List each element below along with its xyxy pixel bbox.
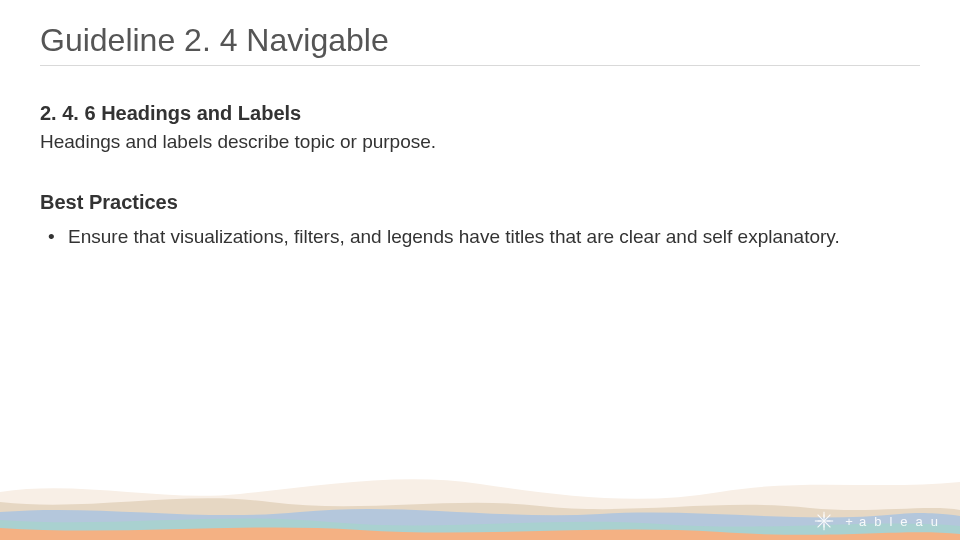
slide: Guideline 2. 4 Navigable 2. 4. 6 Heading… — [0, 0, 960, 540]
section-heading: 2. 4. 6 Headings and Labels — [40, 102, 920, 125]
tableau-mark-icon — [813, 510, 835, 532]
best-practices-heading: Best Practices — [40, 191, 920, 214]
best-practices-list: Ensure that visualizations, filters, and… — [40, 224, 920, 250]
section-description: Headings and labels describe topic or pu… — [40, 131, 920, 153]
title-divider — [40, 65, 920, 66]
brand-text: + ableau — [845, 514, 946, 529]
brand-name: ableau — [859, 514, 946, 529]
list-item: Ensure that visualizations, filters, and… — [40, 224, 920, 250]
brand-plus-icon: + — [845, 514, 853, 529]
content-area: Guideline 2. 4 Navigable 2. 4. 6 Heading… — [0, 0, 960, 250]
page-title: Guideline 2. 4 Navigable — [40, 22, 920, 59]
brand-logo: + ableau — [813, 510, 946, 532]
